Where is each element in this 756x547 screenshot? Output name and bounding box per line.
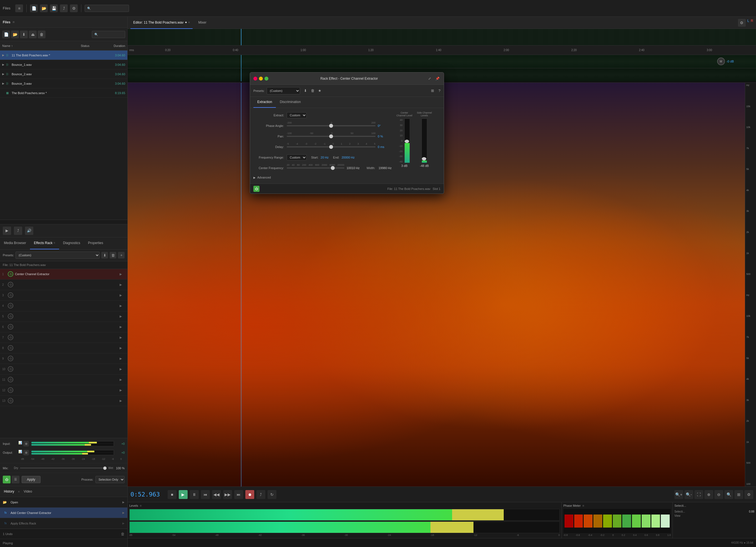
files-new-icon[interactable]: 📄 <box>2 31 10 38</box>
preset-save-btn[interactable]: ⬇ <box>101 252 108 258</box>
fx-power-icon[interactable]: ⏻ <box>3 476 11 483</box>
history-item-1[interactable]: fx Add Center Channel Extractor ▶ <box>0 508 127 518</box>
effect-item-0[interactable]: 1 ⏻ Center Channel Extractor ▶ <box>0 269 127 280</box>
effect-item-6[interactable]: 7 ⏻ ▶ <box>0 332 127 343</box>
effect-expand-11[interactable]: ▶ <box>120 389 125 392</box>
effect-expand-0[interactable]: ▶ <box>120 272 125 276</box>
settings-icon[interactable]: ⚙ <box>70 4 78 12</box>
levels-menu-icon[interactable]: ≡ <box>140 504 142 507</box>
effect-power-9[interactable]: ⏻ <box>8 366 13 372</box>
effect-item-2[interactable]: 3 ⏻ ▶ <box>0 290 127 301</box>
effect-item-1[interactable]: 2 ⏻ ▶ <box>0 280 127 290</box>
effect-power-10[interactable]: ⏻ <box>8 377 13 382</box>
files-delete-icon[interactable]: 🗑 <box>38 31 46 38</box>
tab-media-browser[interactable]: Media Browser <box>0 237 30 249</box>
export-icon[interactable]: ⤴ <box>60 4 68 12</box>
trash-icon[interactable]: 🗑 <box>121 532 125 536</box>
effect-item-8[interactable]: 9 ⏻ ▶ <box>0 354 127 364</box>
effect-item-5[interactable]: 6 ⏻ ▶ <box>0 322 127 332</box>
fast-forward-btn[interactable]: ▶▶ <box>223 490 232 499</box>
pan-thumb[interactable] <box>329 134 333 138</box>
effect-power-6[interactable]: ⏻ <box>8 335 13 340</box>
history-item-2[interactable]: fx Apply Effects Rack ▶ <box>0 518 127 529</box>
effect-item-3[interactable]: 4 ⏻ ▶ <box>0 301 127 311</box>
file-item-0[interactable]: ▶ ⟩⟩ 11 The Bold Poachers.wav * 3:04.60 <box>0 51 127 60</box>
effect-expand-7[interactable]: ▶ <box>120 346 125 350</box>
effect-expand-10[interactable]: ▶ <box>120 378 125 382</box>
delay-slider[interactable]: -5 -4 -3 -2 -1 0 1 2 3 4 <box>287 146 376 147</box>
editor-r-channel[interactable]: R <box>751 19 753 27</box>
view2-btn[interactable]: ⊞ <box>734 490 743 499</box>
effect-expand-3[interactable]: ▶ <box>120 304 125 308</box>
advanced-row[interactable]: ▶ Advanced <box>253 175 392 180</box>
play-btn[interactable]: ▶ <box>3 226 11 235</box>
effect-expand-9[interactable]: ▶ <box>120 367 125 371</box>
effect-item-4[interactable]: 5 ⏻ ▶ <box>0 311 127 322</box>
effect-item-10[interactable]: 11 ⏻ ▶ <box>0 375 127 385</box>
maximize-dot[interactable] <box>264 77 268 80</box>
effect-power-0[interactable]: ⏻ <box>8 271 13 277</box>
presets-select[interactable]: (Custom) <box>16 251 100 259</box>
process-select[interactable]: Selection Only <box>95 476 125 483</box>
center-freq-thumb[interactable] <box>331 166 335 170</box>
loop-btn[interactable]: ↻ <box>268 490 276 499</box>
effect-expand-5[interactable]: ▶ <box>120 325 125 329</box>
apply-button[interactable]: Apply <box>22 476 41 483</box>
tab-properties[interactable]: Properties <box>84 237 107 249</box>
editor-tab-editor[interactable]: Editor: 11 The Bold Poachers.wav ✦ ≡ <box>130 17 193 29</box>
new-file-icon[interactable]: 📄 <box>30 4 38 12</box>
export-btn[interactable]: ⤴ <box>14 226 22 235</box>
effect-power-4[interactable]: ⏻ <box>8 314 13 319</box>
mix-slider[interactable] <box>20 468 107 468</box>
history-item-0[interactable]: 📂 Open ▶ <box>0 497 127 508</box>
effect-power-2[interactable]: ⏻ <box>8 293 13 298</box>
goto-start-btn[interactable]: ⏮ <box>201 490 210 499</box>
search-input[interactable] <box>85 5 129 12</box>
files-eject-icon[interactable]: ⏏ <box>29 31 37 38</box>
effect-expand-1[interactable]: ▶ <box>120 283 125 287</box>
pan-slider[interactable]: -100 -50 0 50 100 <box>287 136 376 137</box>
file-item-1[interactable]: ▶ ⟩⟩ Bounce_1.wav 3:04.60 <box>0 60 127 69</box>
editor-tab-menu-icon[interactable]: ≡ <box>188 21 190 24</box>
zoom-out-btn[interactable]: 🔍- <box>684 490 693 499</box>
modal-resize-icon[interactable]: ⤢ <box>427 75 433 82</box>
history-menu-icon[interactable]: ≡ <box>18 490 20 493</box>
tab-history[interactable]: History <box>2 488 16 495</box>
file-item-4[interactable]: ▦ The Bold Poachers.sesx * 8:19.65 <box>0 88 127 98</box>
effect-expand-4[interactable]: ▶ <box>120 315 125 318</box>
zoom-fit-btn[interactable]: ⛶ <box>694 490 703 499</box>
files-menu-icon[interactable]: ≡ <box>12 20 15 24</box>
file-item-2[interactable]: ▶ ⟩⟩ Bounce_2.wav 3:04.60 <box>0 69 127 79</box>
files-search[interactable] <box>92 31 125 38</box>
phase-angle-thumb[interactable] <box>329 124 333 128</box>
modal-preset-download-icon[interactable]: ⬇ <box>302 88 308 94</box>
editor-l-channel[interactable]: L <box>747 19 749 27</box>
modal-preset-delete-icon[interactable]: 🗑 <box>309 88 316 94</box>
file-list-scrollbar[interactable] <box>0 219 127 224</box>
output-settings-icon[interactable]: ⚙ <box>23 450 29 455</box>
close-dot[interactable] <box>253 77 257 80</box>
mix-slider-thumb[interactable] <box>103 467 107 470</box>
waveform-mini[interactable] <box>128 29 756 46</box>
settings2-btn[interactable]: ⚙ <box>744 490 753 499</box>
modal-tab-extraction[interactable]: Extraction <box>253 97 276 108</box>
phase-menu-icon[interactable]: ≡ <box>582 504 584 507</box>
effect-power-5[interactable]: ⏻ <box>8 324 13 330</box>
tab-video[interactable]: Video <box>22 488 34 495</box>
effect-expand-2[interactable]: ▶ <box>120 294 125 297</box>
zoom-spec-btn[interactable]: ⊕ <box>704 490 713 499</box>
effect-expand-6[interactable]: ▶ <box>120 336 125 339</box>
effect-item-11[interactable]: 12 ⏻ ▶ <box>0 385 127 396</box>
minimize-dot[interactable] <box>259 77 263 80</box>
effect-expand-12[interactable]: ▶ <box>120 399 125 403</box>
effect-item-12[interactable]: 13 ⏻ ▶ <box>0 396 127 406</box>
save-icon[interactable]: 💾 <box>50 4 58 12</box>
preset-add-btn[interactable]: ＋ <box>118 252 125 258</box>
extract-select[interactable]: Custom <box>287 112 307 118</box>
menu-icon[interactable]: ≡ <box>15 4 23 12</box>
modal-presets-select[interactable]: (Custom) <box>267 87 300 94</box>
freq-range-select[interactable]: Custom <box>287 154 307 160</box>
effects-rack-menu-icon[interactable]: ≡ <box>54 241 55 244</box>
files-import-icon[interactable]: ⬇ <box>20 31 28 38</box>
rewind-btn[interactable]: ◀◀ <box>212 490 221 499</box>
